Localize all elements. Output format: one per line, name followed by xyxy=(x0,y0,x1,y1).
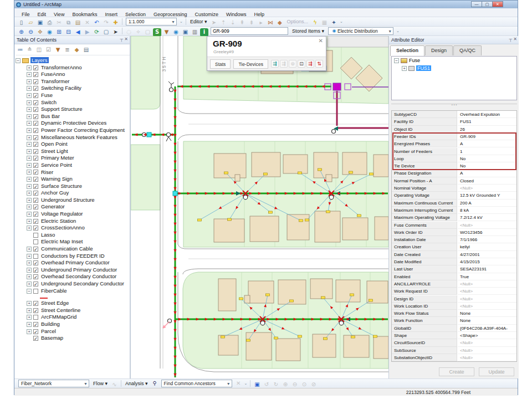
expand-icon[interactable]: + xyxy=(27,198,32,203)
attribute-value[interactable]: <Null> xyxy=(458,339,517,346)
toc-layer-row[interactable]: +✓Underground Structure xyxy=(16,197,130,204)
expand-icon[interactable]: + xyxy=(27,254,32,259)
full-extent-icon[interactable]: ◉ xyxy=(45,28,54,37)
attribute-value[interactable]: GR-909 xyxy=(458,133,517,140)
forward-extent-icon[interactable]: ▶ xyxy=(83,28,91,37)
layer-checkbox[interactable]: ✓ xyxy=(33,247,38,252)
layer-checkbox[interactable]: ✓ xyxy=(33,107,38,112)
layer-checkbox[interactable]: ✓ xyxy=(33,212,38,217)
toc-layer-row[interactable]: −FiberCable xyxy=(16,288,130,295)
feeder-search-input[interactable] xyxy=(211,27,288,35)
toc-layer-row[interactable]: +✓Dynamic Protective Devices xyxy=(16,120,130,127)
expand-icon[interactable]: + xyxy=(27,93,32,98)
attribute-value[interactable]: 200 A xyxy=(458,200,517,207)
layer-label[interactable]: Underground Primary Conductor xyxy=(41,267,117,273)
layer-checkbox[interactable]: ✓ xyxy=(33,79,38,84)
attribute-value[interactable]: None xyxy=(458,310,517,317)
attribute-value[interactable]: No xyxy=(458,155,517,162)
close-button[interactable]: ✕ xyxy=(492,1,503,7)
expand-icon[interactable]: + xyxy=(27,219,32,224)
attribute-value[interactable]: True xyxy=(458,273,517,280)
toc-layer-row[interactable]: +✓Primary Meter xyxy=(16,155,130,162)
feature-label[interactable]: FUS1 xyxy=(416,65,431,71)
toc-arcfm-icon[interactable]: ◆ xyxy=(73,46,81,54)
layer-label[interactable]: Support Structure xyxy=(41,106,82,112)
layer-label[interactable]: Bus Bar xyxy=(41,113,60,119)
expand-icon[interactable]: + xyxy=(27,226,32,231)
toolbar-overflow-icon[interactable]: ⌄ xyxy=(340,19,343,24)
layer-checkbox[interactable]: ✓ xyxy=(33,198,38,203)
stats-button[interactable]: Stats xyxy=(210,59,231,69)
toc-layer-row[interactable]: +✓Street Centerline xyxy=(16,307,130,314)
toc-layer-row[interactable]: Electric Map Inset xyxy=(16,238,130,245)
toc-visibility-icon[interactable]: ◫ xyxy=(35,46,43,54)
layer-label[interactable]: Transformer xyxy=(41,78,69,84)
attribute-value[interactable]: 1 xyxy=(458,148,517,155)
tree-row-fuse[interactable]: −Fuse xyxy=(392,57,516,64)
globe-services-icon[interactable]: ◉ xyxy=(172,28,180,37)
expand-icon[interactable]: + xyxy=(27,128,32,133)
trace-flow-red-icon[interactable]: ⇶ xyxy=(306,60,314,68)
toc-filter-icon[interactable]: ▼ xyxy=(54,46,62,54)
layer-label[interactable]: Electric Map Inset xyxy=(41,239,83,245)
toc-layer-row[interactable]: +✓Street Light xyxy=(16,148,130,155)
attribute-value[interactable]: FUS1 xyxy=(458,118,517,125)
attribute-value[interactable]: 12.5 kV Grounded Y xyxy=(458,192,517,199)
attribute-value[interactable]: Overhead Expulsion xyxy=(458,111,517,118)
layer-checkbox[interactable]: ✓ xyxy=(33,121,38,126)
expand-icon[interactable]: + xyxy=(27,247,32,252)
layer-label[interactable]: Street Centerline xyxy=(41,307,80,313)
toc-layer-row[interactable]: +✓Fuse xyxy=(16,92,130,99)
tab-design[interactable]: Design xyxy=(425,45,453,55)
expand-icon[interactable]: + xyxy=(27,260,32,265)
create-features-icon[interactable]: ▸ xyxy=(257,19,265,27)
save-edits-icon[interactable]: ▣ xyxy=(181,28,190,37)
tie-devices-button[interactable]: Tie-Devices xyxy=(233,59,268,69)
scale-combo[interactable]: 1:1.000 ▼ xyxy=(126,18,177,25)
editor-menu[interactable]: Editor ▾ xyxy=(188,19,209,24)
collapse-icon[interactable]: − xyxy=(27,289,32,294)
update-button[interactable]: Update xyxy=(479,367,514,376)
layer-label[interactable]: TransformerAnno xyxy=(41,64,82,70)
expand-icon[interactable]: + xyxy=(27,274,32,279)
attribute-value[interactable]: <Null> xyxy=(458,347,517,354)
pin-icon[interactable]: ┬ xyxy=(120,37,123,42)
layer-label[interactable]: Open Point xyxy=(41,141,68,147)
attribute-value[interactable]: WO123456 xyxy=(458,229,517,236)
map-view[interactable]: 35TH GR-909 Greeley#9 ✕ Stats Tie-Device… xyxy=(131,36,388,378)
toc-layer-row[interactable]: +✓Support Structure xyxy=(16,106,130,113)
expand-icon[interactable]: + xyxy=(27,107,32,112)
expand-icon[interactable]: + xyxy=(27,322,32,327)
toc-layer-row[interactable]: ✓Basemap xyxy=(16,335,130,342)
layer-checkbox[interactable]: ✓ xyxy=(33,322,38,327)
layer-label[interactable]: FiberCable xyxy=(41,288,66,294)
expand-icon[interactable]: + xyxy=(27,72,32,77)
editor-arrow-icon[interactable]: ➤ xyxy=(209,19,218,27)
layer-checkbox[interactable]: ✓ xyxy=(33,177,38,182)
toc-options-icon[interactable]: ▤ xyxy=(82,46,90,54)
layer-label[interactable]: FuseAnno xyxy=(41,71,65,77)
attribute-value[interactable]: A xyxy=(458,170,517,177)
refresh-view-icon[interactable]: ⟳ xyxy=(93,28,101,37)
create-button[interactable]: Create xyxy=(439,367,474,376)
layer-label[interactable]: Power Factor Correcting Equipment xyxy=(41,127,125,133)
layer-label[interactable]: CrossSectionAnno xyxy=(41,224,85,231)
attribute-value[interactable]: <Null> xyxy=(458,185,517,192)
layer-label[interactable]: Underground Structure xyxy=(41,197,95,203)
toc-layer-row[interactable]: +✓Voltage Regulator xyxy=(16,211,130,218)
toc-layer-groups-icon[interactable]: ≣ xyxy=(63,46,71,54)
expand-icon[interactable]: + xyxy=(27,114,32,119)
toc-layer-row[interactable]: +Conductors by FEEDER ID xyxy=(16,253,130,260)
toc-layer-row[interactable]: +✓Overhead Primary Conductor xyxy=(16,259,130,267)
layer-label[interactable]: Overhead Secondary Conductor xyxy=(41,274,116,280)
attribute-value[interactable]: 8 kA xyxy=(458,207,517,214)
expand-icon[interactable]: + xyxy=(27,177,32,182)
expand-icon[interactable]: + xyxy=(27,149,32,154)
layer-checkbox[interactable]: ✓ xyxy=(33,86,38,91)
box-gray-icon[interactable]: ▢ xyxy=(144,28,152,37)
toc-layer-row[interactable]: Lasso xyxy=(16,232,130,239)
toc-layer-row[interactable]: +✓Building xyxy=(16,321,130,328)
expand-icon[interactable]: + xyxy=(27,308,32,313)
layer-checkbox[interactable]: ✓ xyxy=(33,260,38,265)
layer-checkbox[interactable]: ✓ xyxy=(33,156,38,161)
